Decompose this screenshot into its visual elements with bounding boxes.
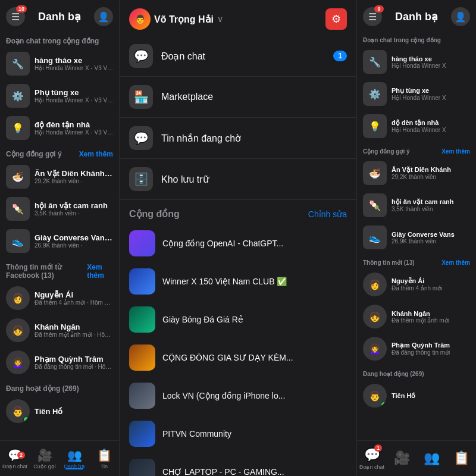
right-see-more[interactable]: Xem thêm: [441, 148, 470, 155]
left-community-item-1[interactable]: ⚙️ Phụ tùng xe Hội Honda Winner X - V3 V…: [0, 80, 119, 112]
right-tab-news[interactable]: 📋: [446, 441, 476, 476]
left-panel: ☰ 10 Danh bạ 👤 Đoạn chat trong cộng đồng…: [0, 0, 119, 476]
right-news-label: Thông tin mới (13): [363, 259, 415, 266]
tab-underline-2: [65, 468, 83, 469]
right-sug-sub-3: 26,9K thành viên: [392, 238, 470, 245]
community-name-4: Lock VN (Cộng đồng iPhone lo...: [162, 391, 347, 400]
right-news-sub-1: Đã thêm 4 ảnh mới: [392, 285, 470, 292]
right-menu-icon: ☰: [368, 11, 377, 23]
right-tab-chat[interactable]: 💬 Đoạn chat 1: [357, 441, 387, 476]
left-menu-button[interactable]: ☰ 10: [6, 7, 25, 26]
right-sug-1[interactable]: 🍜 Ăn Vặt Diên Khánh 29,2K thành viên: [357, 157, 476, 189]
right-community-section: Đoạn chat trong cộng đồng: [357, 31, 476, 46]
right-item-2[interactable]: ⚙️ Phụ tùng xe Hội Honda Winner X: [357, 78, 476, 110]
suggested-see-more[interactable]: Xem thêm: [79, 150, 113, 158]
menu-item-label-0: Đoạn chat: [161, 51, 205, 62]
right-active-section: Đang hoạt động (269): [357, 365, 476, 380]
right-sug-2[interactable]: 🍡 hội ăn vặt cam ranh 3,5K thành viên: [357, 189, 476, 221]
community-name-6: CHỢ LAPTOP - PC - GAMING...: [162, 467, 347, 476]
tab-icon-2: 👥: [67, 448, 82, 462]
community-item-1[interactable]: Winner X 150 Việt Nam CLUB ✅: [120, 262, 356, 300]
left-community-item-2[interactable]: 💡 độ đèn tận nhà Hội Honda Winner X - V3…: [0, 112, 119, 144]
center-user[interactable]: 👨 Võ Trọng Hải ∨: [129, 8, 223, 30]
community-avatar-3: [129, 345, 155, 371]
left-community-item-0[interactable]: 🔧 hàng tháo xe Hội Honda Winner X - V3 V…: [0, 48, 119, 80]
left-community-title-0: hàng tháo xe: [35, 56, 113, 65]
right-contacts-tab-icon: 👥: [424, 450, 440, 466]
left-news-sub-0: Đã thêm 4 ảnh mới · Hôm nay: [35, 299, 113, 306]
community-name-1: Winner X 150 Việt Nam CLUB ✅: [162, 277, 347, 286]
community-section-title: Cộng đồng: [129, 208, 180, 220]
community-item-0[interactable]: Cộng đồng OpenAI - ChatGPT...: [120, 224, 356, 262]
center-menu-item-2[interactable]: 💬 Tin nhắn đang chờ: [120, 118, 356, 159]
left-community-avatar-2: 💡: [6, 116, 30, 140]
right-news-see-more[interactable]: Xem thêm: [441, 259, 470, 266]
left-suggested-item-1[interactable]: 🍡 hội ăn vặt cam ranh 3,5K thành viên ·: [0, 193, 119, 225]
right-sug-title-1: Ăn Vặt Diên Khánh: [392, 166, 470, 174]
left-tab-1[interactable]: 🎥 Cuộc gọi: [30, 448, 60, 469]
menu-item-label-3: Kho lưu trữ: [161, 174, 209, 185]
left-suggested-item-0[interactable]: 🍜 Ăn Vặt Diên Khánh 😋😋😋😋 29,2K thành viê…: [0, 161, 119, 193]
right-news-avatar-1: 👩: [363, 273, 387, 296]
left-suggested-list: 🍜 Ăn Vặt Diên Khánh 😋😋😋😋 29,2K thành viê…: [0, 161, 119, 257]
left-news-item-0[interactable]: 👩 Nguyễn Ái Đã thêm 4 ảnh mới · Hôm nay: [0, 282, 119, 314]
left-news-item-1[interactable]: 👧 Khánh Ngân Đã thêm một ảnh mới · Hôm q…: [0, 314, 119, 346]
right-menu-button[interactable]: ☰ 9: [363, 7, 382, 26]
right-sug-3[interactable]: 👟 Giày Converse Vans 26,9K thành viên: [357, 221, 476, 253]
left-tab-2[interactable]: 👥 Danh bạ: [60, 448, 89, 469]
left-active-title-0: Tiên Hồ: [35, 407, 113, 416]
left-header: ☰ 10 Danh bạ 👤: [0, 0, 119, 31]
right-item-sub-1: Hội Honda Winner X: [392, 62, 470, 69]
right-news-avatar-2: 👧: [363, 305, 387, 328]
left-tab-0[interactable]: 2 💬 Đoạn chat: [0, 448, 30, 469]
left-tab-3[interactable]: 📋 Tin: [89, 448, 119, 469]
center-community-list: Cộng đồng OpenAI - ChatGPT... Winner X 1…: [120, 224, 356, 476]
left-news-item-2[interactable]: 👩‍🦱 Phạm Quỳnh Trâm Đã đăng thông tin mớ…: [0, 346, 119, 378]
community-item-2[interactable]: Giày Bóng Đá Giá Rẻ: [120, 300, 356, 339]
left-suggested-title-0: Ăn Vặt Diên Khánh 😋😋😋😋: [35, 169, 113, 178]
right-contacts-button[interactable]: 👤: [451, 7, 470, 26]
right-sug-title-2: hội ăn vặt cam ranh: [392, 198, 470, 206]
right-news-3[interactable]: 👩‍🦱 Phạm Quỳnh Trâm Đã đăng thông tin mớ…: [357, 333, 476, 365]
community-item-4[interactable]: Lock VN (Cộng đồng iPhone lo...: [120, 377, 356, 415]
right-news-1[interactable]: 👩 Nguyễn Ái Đã thêm 4 ảnh mới: [357, 268, 476, 300]
left-community-avatar-1: ⚙️: [6, 84, 30, 108]
left-community-title-2: độ đèn tận nhà: [35, 120, 113, 129]
left-news-avatar-0: 👩: [6, 286, 30, 310]
left-contacts-button[interactable]: 👤: [94, 7, 113, 26]
center-menu-item-3[interactable]: 🗄️ Kho lưu trữ: [120, 159, 356, 200]
community-section-header: Cộng đồng Chỉnh sửa: [120, 200, 356, 224]
left-suggested-title-2: Giày Converse Vans 2hand Real: [35, 233, 113, 242]
right-menu-badge: 9: [374, 5, 384, 12]
gear-button[interactable]: ⚙: [325, 8, 347, 30]
right-tab-calls[interactable]: 🎥: [387, 441, 416, 476]
tab-icon-3: 📋: [97, 448, 112, 462]
avatar-emoji: 👨: [135, 14, 145, 24]
left-suggested-title-1: hội ăn vặt cam ranh: [35, 201, 113, 210]
right-bottom-tabs: 💬 Đoạn chat 1 🎥 👥 📋: [357, 440, 476, 476]
right-item-1[interactable]: 🔧 hàng tháo xe Hội Honda Winner X: [357, 46, 476, 78]
right-item-3[interactable]: 💡 độ đèn tận nhà Hội Honda Winner X: [357, 110, 476, 142]
left-active-item-0[interactable]: 👨 Tiên Hồ: [0, 395, 119, 427]
community-item-6[interactable]: CHỢ LAPTOP - PC - GAMING...: [120, 453, 356, 476]
right-active-1[interactable]: 👨 Tiên Hồ: [357, 380, 476, 412]
left-suggested-item-2[interactable]: 👟 Giày Converse Vans 2hand Real 26,9K th…: [0, 225, 119, 257]
community-item-5[interactable]: PITVN Community: [120, 415, 356, 453]
community-edit-button[interactable]: Chỉnh sửa: [308, 209, 347, 219]
center-menu-item-0[interactable]: 💬 Đoạn chat 1: [120, 36, 356, 77]
right-tab-contacts[interactable]: 👥: [416, 441, 446, 476]
left-news-sub-1: Đã thêm một ảnh mới · Hôm qua: [35, 331, 113, 338]
right-active-avatar-1: 👨: [363, 384, 387, 408]
right-news-2[interactable]: 👧 Khánh Ngân Đã thêm một ảnh mới: [357, 300, 476, 333]
left-news-title-1: Khánh Ngân: [35, 322, 113, 331]
right-avatar-1: 🔧: [363, 50, 387, 74]
menu-item-label-2: Tin nhắn đang chờ: [161, 133, 241, 144]
right-header: ☰ 9 Danh bạ 👤: [357, 0, 476, 31]
news-see-more[interactable]: Xem thêm: [87, 263, 113, 280]
menu-icon-wrap-3: 🗄️: [129, 167, 153, 191]
center-menu-item-1[interactable]: 🏪 Marketplace: [120, 77, 356, 118]
suggested-label: Cộng đồng gợi ý: [6, 150, 62, 158]
community-item-3[interactable]: CỘNG ĐỒNG GIA SƯ DẠY KÈM...: [120, 339, 356, 377]
right-sug-avatar-3: 👟: [363, 226, 387, 249]
right-news-title-1: Nguyễn Ái: [392, 277, 470, 285]
